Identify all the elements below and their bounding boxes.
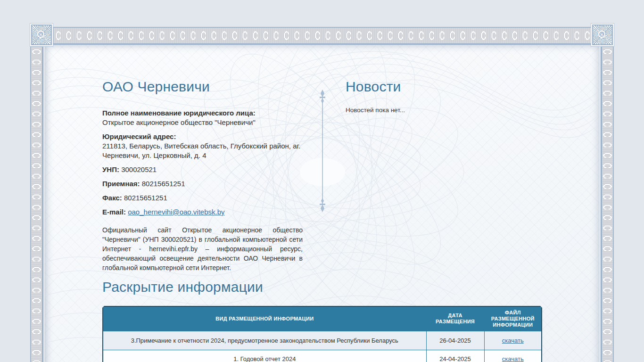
date-cell: 26-04-2025 [426, 331, 484, 350]
column-header-info-type: ВИД РАЗМЕЩЕННОЙ ИНФОРМАЦИИ [103, 306, 426, 331]
news-empty-message: Новостей пока нет... [346, 107, 544, 114]
frame-border-top [53, 27, 591, 45]
company-description: Официальный сайт Открытое акционерное об… [102, 225, 303, 272]
reception-field: Приемная: 80215651251 [102, 179, 303, 189]
column-header-date: ДАТА РАЗМЕЩЕНИЯ [426, 306, 484, 331]
fax-field: Факс: 80215651251 [102, 193, 303, 203]
address-value: 211813, Беларусь, Витебская область, Глу… [102, 142, 300, 159]
table-row: 3.Примечание к отчетности 2024, предусмо… [103, 331, 542, 350]
email-link[interactable]: oao_hernevihi@oao.vitebsk.by [128, 208, 224, 216]
address-field: Юридический адрес: 211813, Беларусь, Вит… [102, 132, 303, 160]
full-name-value: Открытое акционерное общество "Черневичи… [102, 118, 256, 126]
reception-value: 80215651251 [142, 180, 185, 188]
certificate-frame: ✕ ✕ [30, 24, 614, 362]
company-section: ОАО Черневичи Полное наименование юридич… [102, 79, 303, 272]
news-section: Новости Новостей пока нет... [346, 79, 544, 114]
center-divider-ornament [320, 90, 325, 212]
email-label: E-mail: [102, 208, 126, 216]
disclosure-table-head: ВИД РАЗМЕЩЕННОЙ ИНФОРМАЦИИ ДАТА РАЗМЕЩЕН… [103, 306, 542, 331]
email-field: E-mail: oao_hernevihi@oao.vitebsk.by [102, 207, 303, 217]
disclosure-section: Раскрытие информации ВИД РАЗМЕЩЕННОЙ ИНФ… [102, 280, 542, 362]
news-title: Новости [346, 79, 544, 94]
frame-border-right [601, 47, 614, 362]
unp-value: 300020521 [121, 165, 157, 173]
page: ✕ ✕ [0, 0, 644, 362]
disclosure-title: Раскрытие информации [102, 280, 542, 295]
info-type-cell: 3.Примечание к отчетности 2024, предусмо… [103, 331, 426, 350]
download-link[interactable]: скачать [502, 337, 524, 344]
disclosure-table-body: 3.Примечание к отчетности 2024, предусмо… [103, 331, 542, 362]
fax-label: Факс: [102, 194, 122, 202]
file-cell: скачать [484, 331, 542, 350]
rosette-icon: ✕ [598, 31, 605, 38]
frame-corner-top-left: ✕ [30, 24, 53, 46]
unp-label: УНП: [102, 165, 119, 173]
table-row: 1. Годовой отчет 2024 24-04-2025 скачать [103, 350, 542, 362]
date-cell: 24-04-2025 [426, 350, 484, 362]
frame-corner-top-right: ✕ [591, 24, 614, 46]
page-title: ОАО Черневичи [102, 79, 303, 94]
header-row: ВИД РАЗМЕЩЕННОЙ ИНФОРМАЦИИ ДАТА РАЗМЕЩЕН… [103, 306, 542, 331]
disclosure-table-wrap: ВИД РАЗМЕЩЕННОЙ ИНФОРМАЦИИ ДАТА РАЗМЕЩЕН… [102, 306, 542, 362]
address-label: Юридический адрес: [102, 132, 303, 141]
file-cell: скачать [484, 350, 542, 362]
info-type-cell: 1. Годовой отчет 2024 [103, 350, 426, 362]
unp-field: УНП: 300020521 [102, 165, 303, 174]
fax-value: 80215651251 [124, 194, 167, 202]
disclosure-table: ВИД РАЗМЕЩЕННОЙ ИНФОРМАЦИИ ДАТА РАЗМЕЩЕН… [102, 306, 542, 362]
full-name-field: Полное наименование юридического лица: О… [102, 108, 303, 127]
download-link[interactable]: скачать [502, 355, 524, 362]
frame-border-left [30, 47, 43, 362]
content-sheet: ОАО Черневичи Полное наименование юридич… [45, 45, 599, 362]
column-header-file: ФАЙЛ РАЗМЕЩЕННОЙ ИНФОРМАЦИИ [484, 306, 542, 331]
reception-label: Приемная: [102, 180, 140, 188]
rosette-icon: ✕ [37, 31, 44, 38]
full-name-label: Полное наименование юридического лица: [102, 108, 303, 118]
